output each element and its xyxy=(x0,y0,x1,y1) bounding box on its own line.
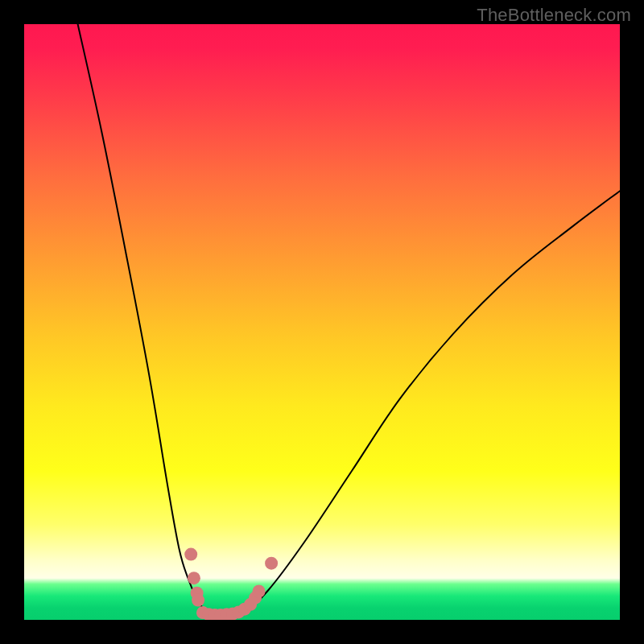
trough-marker xyxy=(253,584,266,597)
curve-layer xyxy=(24,24,620,620)
bottleneck-curve xyxy=(78,24,620,616)
curve-path xyxy=(78,24,620,616)
plot-area xyxy=(24,24,620,620)
trough-marker xyxy=(265,557,278,570)
trough-marker xyxy=(188,572,200,584)
trough-marker xyxy=(184,548,197,561)
chart-frame: TheBottleneck.com xyxy=(0,0,644,644)
trough-markers xyxy=(184,548,278,620)
trough-marker xyxy=(192,594,204,607)
watermark-text: TheBottleneck.com xyxy=(477,5,631,26)
